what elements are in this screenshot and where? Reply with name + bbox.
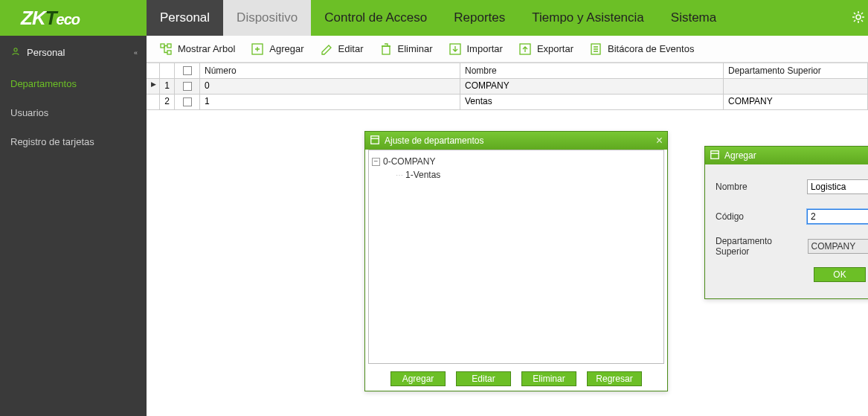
tool-label: Eliminar — [398, 43, 433, 54]
tab-reportes[interactable]: Reportes — [440, 0, 518, 36]
row-indicator-icon: ▶ — [147, 79, 160, 95]
sidebar-item-label: Usuarios — [10, 107, 48, 118]
dialog-title: Agregar — [724, 150, 756, 161]
tab-label: Tiempo y Asistencia — [532, 10, 644, 25]
tree-adjust-dialog: Ajuste de departamentos × − 0-COMPANY ⋯ … — [364, 131, 668, 391]
row-indicator-icon — [147, 95, 160, 110]
brand-t: T — [45, 7, 57, 29]
tool-show-tree[interactable]: Mostrar Arbol — [152, 40, 241, 58]
tree-back-button[interactable]: Regresar — [587, 371, 642, 386]
tool-export[interactable]: Exportar — [512, 40, 579, 58]
input-codigo[interactable] — [807, 209, 868, 224]
table-row[interactable]: ▶ 1 0 COMPANY — [147, 79, 868, 95]
grid-header: Número Nombre Departamento Superior — [147, 63, 868, 79]
tab-label: Dispositivo — [237, 10, 298, 25]
sidebar-item-departamentos[interactable]: Departamentos — [0, 69, 147, 98]
delete-icon — [379, 42, 393, 57]
row-index: 2 — [160, 95, 175, 110]
toolbar: Mostrar Arbol Agregar Editar Eliminar Im… — [147, 36, 868, 63]
tab-label: Control de Acceso — [324, 10, 427, 25]
tree-add-button[interactable]: Agregar — [390, 371, 446, 386]
dialog-body: Nombre * Código * Departamento Superior … — [705, 164, 868, 298]
table-row[interactable]: 2 1 Ventas COMPANY — [147, 95, 868, 110]
window-icon — [370, 135, 380, 147]
window-icon — [710, 150, 720, 162]
col-nombre[interactable]: Nombre — [460, 63, 724, 78]
log-icon — [588, 42, 603, 57]
cell-nombre: COMPANY — [460, 79, 724, 95]
tab-personal[interactable]: Personal — [147, 0, 223, 36]
tree-icon — [158, 42, 173, 57]
checkbox-icon — [183, 97, 192, 106]
settings-icon[interactable] — [852, 10, 865, 26]
dialog-titlebar[interactable]: Ajuste de departamentos × — [365, 132, 667, 150]
cell-numero: 0 — [200, 79, 460, 95]
tree-leaf[interactable]: ⋯ 1-Ventas — [396, 168, 660, 182]
col-rowindex — [160, 63, 175, 78]
row-checkbox[interactable] — [175, 79, 200, 95]
tab-label: Sistema — [671, 10, 716, 25]
cell-dsup — [724, 79, 868, 95]
main-area: Mostrar Arbol Agregar Editar Eliminar Im… — [147, 36, 868, 416]
sidebar-item-registro-tarjetas[interactable]: Registro de tarjetas — [0, 127, 147, 156]
tool-audit-log[interactable]: Bitácora de Eventos — [582, 40, 700, 58]
tree-connector-icon: ⋯ — [396, 171, 402, 179]
label-dsup: Departamento Superior — [716, 236, 808, 257]
tree-root[interactable]: − 0-COMPANY — [372, 155, 660, 168]
sidebar-section[interactable]: Personal « — [0, 36, 147, 69]
tab-control-acceso[interactable]: Control de Acceso — [311, 0, 440, 36]
tree-node-label: 0-COMPANY — [383, 156, 435, 167]
tool-label: Importar — [467, 43, 503, 54]
tab-label: Personal — [160, 10, 210, 25]
tree-node-label: 1-Ventas — [405, 170, 440, 180]
dialog-title: Ajuste de departamentos — [385, 135, 483, 146]
col-checkbox-header[interactable] — [175, 63, 200, 78]
row-checkbox[interactable] — [175, 95, 200, 110]
tree-edit-button[interactable]: Editar — [456, 371, 511, 386]
tree-buttons: Agregar Editar Eliminar Regresar — [365, 371, 667, 386]
col-numero[interactable]: Número — [200, 63, 460, 78]
checkbox-icon — [183, 82, 192, 91]
tool-label: Exportar — [537, 43, 573, 54]
sidebar-item-label: Departamentos — [10, 78, 77, 89]
sidebar: Personal « Departamentos Usuarios Regist… — [0, 36, 147, 416]
cell-nombre: Ventas — [460, 95, 724, 110]
tab-sistema[interactable]: Sistema — [658, 0, 730, 36]
tool-label: Bitácora de Eventos — [608, 43, 694, 54]
tool-label: Agregar — [269, 43, 303, 54]
edit-icon — [319, 42, 334, 57]
tool-delete[interactable]: Eliminar — [373, 40, 439, 58]
tree-view[interactable]: − 0-COMPANY ⋯ 1-Ventas — [368, 150, 664, 364]
person-icon — [10, 46, 21, 59]
collapse-icon: « — [134, 49, 136, 57]
tool-import[interactable]: Importar — [442, 40, 509, 58]
expand-toggle-icon[interactable]: − — [372, 158, 380, 166]
tab-dispositivo[interactable]: Dispositivo — [223, 0, 311, 36]
tree-delete-button[interactable]: Eliminar — [521, 371, 576, 386]
select-value: COMPANY — [811, 241, 856, 252]
checkbox-icon — [183, 66, 192, 75]
brand-eco: eco — [57, 11, 80, 28]
add-department-dialog: Agregar × Nombre * Código * Departamento… — [704, 146, 868, 299]
sidebar-item-usuarios[interactable]: Usuarios — [0, 98, 147, 127]
ok-button[interactable]: OK — [814, 267, 866, 282]
label-nombre: Nombre — [716, 182, 807, 192]
row-index: 1 — [160, 79, 175, 95]
dialog-titlebar[interactable]: Agregar × — [705, 147, 868, 164]
tool-add[interactable]: Agregar — [244, 40, 309, 58]
cell-dsup: COMPANY — [724, 95, 868, 110]
tool-label: Editar — [338, 43, 364, 54]
input-nombre[interactable] — [807, 179, 868, 194]
tab-tiempo[interactable]: Tiempo y Asistencia — [518, 0, 658, 36]
col-dsup[interactable]: Departamento Superior — [724, 63, 868, 78]
import-icon — [448, 42, 463, 57]
main-tabs: Personal Dispositivo Control de Acceso R… — [147, 0, 730, 36]
add-icon — [250, 42, 265, 57]
select-dsup[interactable]: COMPANY ▾ — [808, 239, 869, 254]
sidebar-section-title: Personal — [27, 47, 65, 58]
export-icon — [518, 42, 533, 57]
label-codigo: Código — [716, 211, 807, 222]
close-icon[interactable]: × — [656, 135, 663, 146]
tab-label: Reportes — [454, 10, 505, 25]
tool-edit[interactable]: Editar — [313, 40, 370, 58]
